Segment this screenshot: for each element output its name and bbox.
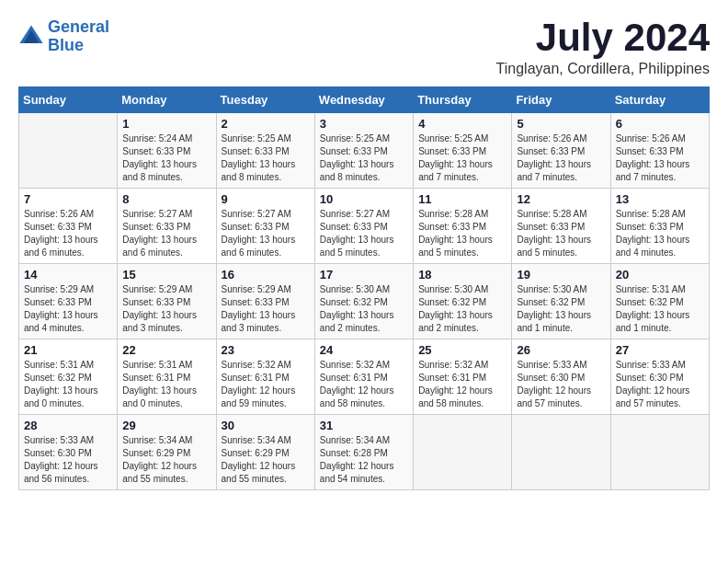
day-number: 21 [24,343,112,357]
day-number: 25 [418,343,506,357]
day-number: 2 [222,117,310,131]
calendar-table: SundayMondayTuesdayWednesdayThursdayFrid… [18,86,710,490]
day-cell: 13Sunrise: 5:28 AM Sunset: 6:33 PM Dayli… [610,189,709,264]
day-cell [414,415,512,490]
day-info: Sunrise: 5:27 AM Sunset: 6:33 PM Dayligh… [320,208,408,259]
day-number: 1 [122,117,210,131]
day-cell: 15Sunrise: 5:29 AM Sunset: 6:33 PM Dayli… [118,264,216,339]
day-number: 16 [222,268,310,282]
day-cell: 8Sunrise: 5:27 AM Sunset: 6:33 PM Daylig… [118,189,216,264]
day-info: Sunrise: 5:31 AM Sunset: 6:32 PM Dayligh… [24,359,112,410]
week-row-5: 28Sunrise: 5:33 AM Sunset: 6:30 PM Dayli… [19,415,710,490]
day-cell: 6Sunrise: 5:26 AM Sunset: 6:33 PM Daylig… [610,113,709,189]
day-info: Sunrise: 5:26 AM Sunset: 6:33 PM Dayligh… [616,132,704,184]
day-cell: 21Sunrise: 5:31 AM Sunset: 6:32 PM Dayli… [19,339,118,415]
day-number: 22 [122,343,210,357]
day-cell: 26Sunrise: 5:33 AM Sunset: 6:30 PM Dayli… [512,339,610,415]
day-number: 9 [222,192,310,206]
header: General Blue July 2024 Tinglayan, Cordil… [18,18,710,77]
day-cell: 2Sunrise: 5:25 AM Sunset: 6:33 PM Daylig… [216,113,314,189]
calendar-location: Tinglayan, Cordillera, Philippines [496,61,710,77]
week-row-4: 21Sunrise: 5:31 AM Sunset: 6:32 PM Dayli… [19,339,710,415]
day-number: 26 [517,343,605,357]
day-info: Sunrise: 5:29 AM Sunset: 6:33 PM Dayligh… [222,283,310,335]
week-row-2: 7Sunrise: 5:26 AM Sunset: 6:33 PM Daylig… [19,189,710,264]
day-info: Sunrise: 5:32 AM Sunset: 6:31 PM Dayligh… [320,359,408,410]
day-cell: 30Sunrise: 5:34 AM Sunset: 6:29 PM Dayli… [216,415,314,490]
day-info: Sunrise: 5:30 AM Sunset: 6:32 PM Dayligh… [418,283,506,335]
header-cell-sunday: Sunday [19,87,118,113]
day-cell: 1Sunrise: 5:24 AM Sunset: 6:33 PM Daylig… [118,113,216,189]
day-info: Sunrise: 5:28 AM Sunset: 6:33 PM Dayligh… [517,208,605,259]
day-number: 23 [222,343,310,357]
day-info: Sunrise: 5:24 AM Sunset: 6:33 PM Dayligh… [122,132,210,184]
day-cell [19,113,118,189]
day-number: 20 [616,268,704,282]
header-cell-friday: Friday [512,87,610,113]
day-cell: 27Sunrise: 5:33 AM Sunset: 6:30 PM Dayli… [610,339,709,415]
day-number: 14 [24,268,112,282]
day-cell: 14Sunrise: 5:29 AM Sunset: 6:33 PM Dayli… [19,264,118,339]
header-cell-tuesday: Tuesday [216,87,314,113]
day-info: Sunrise: 5:25 AM Sunset: 6:33 PM Dayligh… [418,132,506,184]
header-cell-thursday: Thursday [414,87,512,113]
header-row: SundayMondayTuesdayWednesdayThursdayFrid… [19,87,710,113]
header-cell-monday: Monday [118,87,216,113]
day-info: Sunrise: 5:33 AM Sunset: 6:30 PM Dayligh… [517,359,605,410]
day-cell: 18Sunrise: 5:30 AM Sunset: 6:32 PM Dayli… [414,264,512,339]
header-cell-saturday: Saturday [610,87,709,113]
day-cell: 12Sunrise: 5:28 AM Sunset: 6:33 PM Dayli… [512,189,610,264]
day-info: Sunrise: 5:33 AM Sunset: 6:30 PM Dayligh… [24,434,112,486]
day-cell: 22Sunrise: 5:31 AM Sunset: 6:31 PM Dayli… [118,339,216,415]
day-number: 5 [517,117,605,131]
day-cell: 9Sunrise: 5:27 AM Sunset: 6:33 PM Daylig… [216,189,314,264]
day-cell: 25Sunrise: 5:32 AM Sunset: 6:31 PM Dayli… [414,339,512,415]
day-number: 12 [517,192,605,206]
day-cell: 16Sunrise: 5:29 AM Sunset: 6:33 PM Dayli… [216,264,314,339]
header-cell-wednesday: Wednesday [314,87,413,113]
day-cell: 3Sunrise: 5:25 AM Sunset: 6:33 PM Daylig… [314,113,413,189]
day-info: Sunrise: 5:27 AM Sunset: 6:33 PM Dayligh… [122,208,210,259]
day-info: Sunrise: 5:28 AM Sunset: 6:33 PM Dayligh… [418,208,506,259]
day-cell: 17Sunrise: 5:30 AM Sunset: 6:32 PM Dayli… [314,264,413,339]
day-number: 15 [122,268,210,282]
day-info: Sunrise: 5:30 AM Sunset: 6:32 PM Dayligh… [320,283,408,335]
day-info: Sunrise: 5:31 AM Sunset: 6:32 PM Dayligh… [616,283,704,335]
day-number: 29 [122,419,210,432]
day-info: Sunrise: 5:25 AM Sunset: 6:33 PM Dayligh… [320,132,408,184]
day-number: 27 [616,343,704,357]
day-info: Sunrise: 5:34 AM Sunset: 6:28 PM Dayligh… [320,434,408,486]
day-info: Sunrise: 5:34 AM Sunset: 6:29 PM Dayligh… [122,434,210,486]
logo-icon [18,24,44,50]
day-info: Sunrise: 5:27 AM Sunset: 6:33 PM Dayligh… [222,208,310,259]
day-cell: 28Sunrise: 5:33 AM Sunset: 6:30 PM Dayli… [19,415,118,490]
day-number: 30 [222,419,310,432]
day-info: Sunrise: 5:34 AM Sunset: 6:29 PM Dayligh… [222,434,310,486]
day-number: 10 [320,192,408,206]
calendar-header: SundayMondayTuesdayWednesdayThursdayFrid… [19,87,710,113]
week-row-3: 14Sunrise: 5:29 AM Sunset: 6:33 PM Dayli… [19,264,710,339]
day-number: 28 [24,419,112,432]
day-number: 3 [320,117,408,131]
day-info: Sunrise: 5:25 AM Sunset: 6:33 PM Dayligh… [222,132,310,184]
day-info: Sunrise: 5:28 AM Sunset: 6:33 PM Dayligh… [616,208,704,259]
logo: General Blue [18,18,109,55]
day-info: Sunrise: 5:29 AM Sunset: 6:33 PM Dayligh… [24,283,112,335]
day-cell [610,415,709,490]
logo-text: General Blue [48,18,109,55]
day-cell [512,415,610,490]
day-number: 17 [320,268,408,282]
day-number: 4 [418,117,506,131]
day-number: 19 [517,268,605,282]
day-cell: 20Sunrise: 5:31 AM Sunset: 6:32 PM Dayli… [610,264,709,339]
day-number: 31 [320,419,408,432]
day-info: Sunrise: 5:29 AM Sunset: 6:33 PM Dayligh… [122,283,210,335]
calendar-body: 1Sunrise: 5:24 AM Sunset: 6:33 PM Daylig… [19,113,710,490]
day-number: 18 [418,268,506,282]
day-cell: 10Sunrise: 5:27 AM Sunset: 6:33 PM Dayli… [314,189,413,264]
day-cell: 24Sunrise: 5:32 AM Sunset: 6:31 PM Dayli… [314,339,413,415]
day-number: 13 [616,192,704,206]
day-cell: 31Sunrise: 5:34 AM Sunset: 6:28 PM Dayli… [314,415,413,490]
day-cell: 19Sunrise: 5:30 AM Sunset: 6:32 PM Dayli… [512,264,610,339]
day-number: 6 [616,117,704,131]
